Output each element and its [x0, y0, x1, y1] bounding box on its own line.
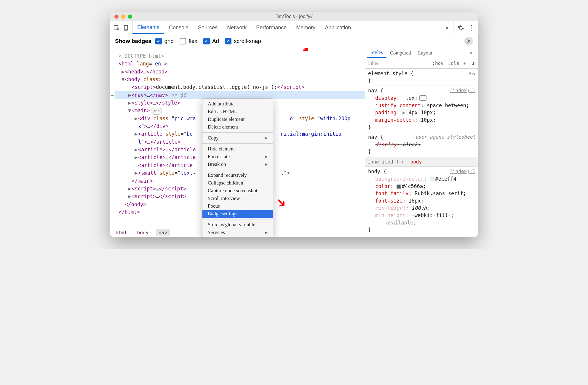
expand-icon[interactable]: ▶ — [135, 130, 138, 138]
styles-sidebar: StylesComputedLayout» Filter :hov .cls +… — [365, 48, 478, 237]
checkbox-icon[interactable] — [180, 38, 186, 44]
expand-icon[interactable] — [135, 161, 138, 169]
titlebar: DevTools - jec.fyi/ — [110, 12, 478, 21]
context-menu-item[interactable]: Badge settings... — [202, 210, 273, 218]
context-menu-item[interactable]: Hide element — [202, 145, 273, 153]
context-menu: Add attributeEdit as HTMLDuplicate eleme… — [202, 98, 273, 237]
context-menu-item[interactable]: Edit as HTML — [202, 108, 273, 116]
context-menu-item[interactable]: Expand recursively — [202, 171, 273, 179]
expand-icon[interactable]: ▶ — [135, 153, 138, 161]
flex-badge-icon[interactable] — [419, 95, 426, 101]
context-menu-item[interactable]: Add attribute — [202, 100, 273, 108]
tab-application[interactable]: Application — [320, 21, 356, 34]
main-tabbar: ElementsConsoleSourcesNetworkPerformance… — [110, 21, 478, 34]
styles-tabs-overflow[interactable]: » — [466, 48, 476, 58]
expand-icon[interactable] — [128, 177, 132, 185]
filter-input[interactable]: Filter — [365, 61, 431, 66]
expand-icon[interactable] — [128, 83, 132, 91]
context-menu-item[interactable]: Force state▶ — [202, 153, 273, 161]
context-menu-item[interactable]: Copy▶ — [202, 134, 273, 142]
tab-memory[interactable]: Memory — [291, 21, 320, 34]
gear-icon[interactable] — [457, 24, 465, 32]
expand-icon[interactable] — [115, 208, 119, 216]
badge-settings-bar: Show badges gridflexAdscroll-snap ✕ — [110, 34, 478, 48]
expand-icon[interactable]: ▶ — [128, 192, 132, 200]
cls-button[interactable]: .cls — [446, 60, 461, 67]
dom-node[interactable]: <!DOCTYPE html> — [115, 52, 365, 60]
context-menu-item[interactable]: Services▶ — [202, 229, 273, 236]
expand-icon[interactable]: ▶ — [122, 68, 125, 76]
dom-node[interactable]: <script>document.body.classList.toggle("… — [115, 83, 365, 91]
expand-icon[interactable]: ▶ — [135, 146, 138, 153]
checkbox-icon[interactable] — [203, 38, 210, 44]
checkbox-icon[interactable] — [225, 38, 231, 44]
window-title: DevTools - jec.fyi/ — [110, 14, 478, 19]
dom-node[interactable]: ▼<body class> — [115, 76, 365, 83]
expand-icon[interactable] — [135, 138, 138, 146]
tabs-overflow-button[interactable]: » — [441, 25, 453, 31]
new-rule-button[interactable]: + — [462, 60, 468, 67]
hov-button[interactable]: :hov — [431, 60, 445, 67]
expand-icon[interactable] — [122, 200, 125, 208]
elements-panel: <!DOCTYPE html> <html lang="en">▶<head>…… — [110, 48, 365, 237]
dom-node[interactable]: ▶<head>…</head> — [115, 68, 365, 76]
styles-tabs: StylesComputedLayout» — [365, 48, 478, 58]
styles-tab-computed[interactable]: Computed — [386, 48, 415, 58]
tab-console[interactable]: Console — [164, 21, 193, 34]
expand-icon[interactable]: ▶ — [135, 169, 138, 177]
expand-icon[interactable]: ▶ — [128, 99, 132, 107]
expand-icon[interactable]: ▶ — [128, 185, 132, 192]
context-menu-item[interactable]: Duplicate element — [202, 116, 273, 123]
dom-node[interactable]: ⋯▶<nav>…</nav> == $0 — [115, 91, 365, 99]
context-menu-item[interactable]: Collapse children — [202, 179, 273, 187]
dom-node[interactable]: <html lang="en"> — [115, 60, 365, 68]
inspect-element-icon[interactable] — [113, 24, 120, 32]
device-toggle-icon[interactable] — [122, 24, 130, 32]
styles-tab-styles[interactable]: Styles — [367, 48, 386, 58]
badge-option-grid[interactable]: grid — [155, 38, 174, 44]
context-menu-item[interactable]: Delete element — [202, 123, 273, 131]
expand-icon[interactable]: ▼ — [122, 76, 125, 83]
expand-icon[interactable]: ▶ — [128, 91, 132, 99]
expand-icon[interactable] — [115, 52, 119, 60]
context-menu-item[interactable]: Store as global variable — [202, 221, 273, 229]
tab-elements[interactable]: Elements — [132, 21, 164, 34]
badge-option-flex[interactable]: flex — [180, 38, 197, 44]
expand-icon[interactable] — [115, 60, 119, 68]
style-rules[interactable]: element.style {AA}nav {(index):1display:… — [365, 69, 478, 237]
tab-sources[interactable]: Sources — [193, 21, 222, 34]
show-badges-label: Show badges — [115, 38, 151, 44]
toggle-panel-icon[interactable]: ◀ — [469, 61, 475, 66]
breadcrumb-item[interactable]: nav — [156, 229, 170, 236]
breadcrumb-item[interactable]: html — [113, 229, 130, 236]
expand-icon[interactable]: ▼ — [128, 107, 132, 114]
badge-option-scroll-snap[interactable]: scroll-snap — [225, 38, 261, 44]
inspect-tools — [110, 21, 132, 34]
styles-tab-layout[interactable]: Layout — [414, 48, 436, 58]
expand-icon[interactable] — [135, 122, 138, 130]
expand-icon[interactable]: ▶ — [135, 115, 138, 122]
styles-filter-bar: Filter :hov .cls + ◀ — [365, 58, 478, 69]
main-tabs: ElementsConsoleSourcesNetworkPerformance… — [132, 21, 441, 34]
inherited-from-bar: Inherited from body — [365, 157, 478, 167]
close-badgebar-button[interactable]: ✕ — [464, 37, 473, 46]
context-menu-item[interactable]: Scroll into view — [202, 195, 273, 202]
main-panels: <!DOCTYPE html> <html lang="en">▶<head>…… — [110, 48, 478, 237]
breadcrumb-item[interactable]: body — [134, 229, 152, 236]
checkbox-icon[interactable] — [155, 38, 162, 44]
devtools-window: DevTools - jec.fyi/ ElementsConsoleSourc… — [110, 12, 478, 237]
context-menu-item[interactable]: Capture node screenshot — [202, 187, 273, 195]
tab-performance[interactable]: Performance — [251, 21, 291, 34]
context-menu-item[interactable]: Focus — [202, 202, 273, 210]
context-menu-item[interactable]: Break on▶ — [202, 161, 273, 168]
more-menu-icon[interactable]: ⋮ — [468, 24, 475, 32]
badge-option-Ad[interactable]: Ad — [203, 38, 219, 44]
tab-network[interactable]: Network — [222, 21, 251, 34]
